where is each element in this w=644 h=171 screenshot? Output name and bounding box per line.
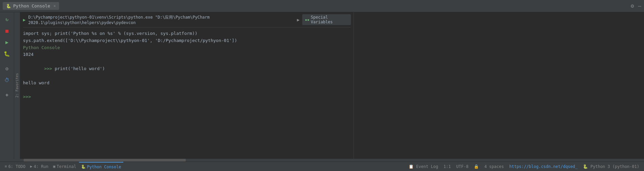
console-area[interactable]: ▶ D:\Pychamproject\pythyon-01\venv\Scrip… [20, 12, 354, 159]
url-link[interactable]: https://blog.csdn.net/dqsed_ [507, 164, 579, 169]
special-vars-icon: ▪▪ [305, 18, 309, 22]
python-console-status-button[interactable]: 🐍 Python Console [79, 162, 123, 171]
run-status-icon: ▶ [30, 164, 32, 169]
python-interpreter-label[interactable]: 🐍 Python 3 (python-01) [581, 164, 641, 169]
tab-close-button[interactable]: ✕ [54, 4, 56, 8]
console-prompt-line: >>> print('hello word') [23, 58, 351, 79]
favorites-label: 2: Favorites [15, 73, 19, 98]
console-label-line: Python Console [23, 44, 351, 51]
left-toolbar: ↻ ■ ▶ 🐛 ⚙ ⏱ + [0, 12, 14, 159]
command-bar: ▶ D:\Pychamproject\pythyon-01\venv\Scrip… [23, 14, 351, 27]
status-bar-left: ≡ 6: TODO ▶ 4: Run ▣ Terminal 🐍 Python C… [3, 162, 123, 171]
python-tab-icon: 🐍 [6, 4, 11, 8]
event-log-button[interactable]: 📋 Event Log [407, 164, 440, 169]
console-line: import sys; print('Python %s on %s' % (s… [23, 30, 351, 37]
todo-label: 6: TODO [8, 164, 26, 169]
encoding-indicator[interactable]: UTF-8 [454, 164, 470, 169]
status-bar-right: 📋 Event Log 1:1 UTF-8 🔒 4 spaces https:/… [407, 164, 641, 169]
event-log-label: Event Log [416, 164, 438, 169]
rerun-button[interactable]: ↻ [2, 14, 12, 24]
terminal-button[interactable]: ▣ Terminal [51, 162, 78, 171]
console-output-line: hello word [23, 80, 351, 87]
horizontal-scrollbar[interactable] [0, 159, 644, 162]
main-area: ↻ ■ ▶ 🐛 ⚙ ⏱ + 2: Favorites ▶ D:\Pychampr… [0, 12, 644, 159]
python-interpreter-icon: 🐍 [583, 164, 588, 169]
position-indicator: 1:1 [441, 164, 453, 169]
python-console-status-icon: 🐍 [81, 165, 86, 169]
command-path: D:\Pychamproject\pythyon-01\venv\Scripts… [28, 15, 294, 25]
terminal-label: Terminal [57, 164, 76, 169]
stop-button[interactable]: ■ [2, 26, 12, 36]
debug-button[interactable]: 🐛 [2, 49, 12, 59]
terminal-icon: ▣ [53, 164, 55, 169]
status-bar: ≡ 6: TODO ▶ 4: Run ▣ Terminal 🐍 Python C… [0, 162, 644, 171]
event-log-icon: 📋 [409, 164, 414, 169]
lock-icon: 🔒 [472, 164, 481, 169]
settings-button[interactable]: ⚙ [631, 3, 634, 9]
settings-tool-button[interactable]: ⚙ [2, 64, 12, 74]
tab-label: Python Console [13, 3, 50, 8]
python-interpreter-text: Python 3 (python-01) [591, 164, 640, 169]
todo-icon: ≡ [5, 164, 7, 169]
indent-indicator[interactable]: 4 spaces [482, 164, 506, 169]
history-button[interactable]: ⏱ [2, 75, 12, 85]
console-line: sys.path.extend(['D:\\Pychamproject\\pyt… [23, 37, 351, 44]
special-vars-label: Special Variables [311, 15, 348, 24]
run-arrow-icon: ▶ [23, 17, 26, 22]
console-output: import sys; print('Python %s on %s' % (s… [23, 29, 351, 157]
title-bar-right: ⚙ — [631, 3, 641, 9]
add-button[interactable]: + [2, 90, 12, 100]
console-result-line: 1024 [23, 51, 351, 58]
right-panel [354, 12, 644, 159]
python-console-status-label: Python Console [87, 165, 121, 169]
title-bar: 🐍 Python Console ✕ ⚙ — [0, 0, 644, 12]
run-button[interactable]: ▶ [2, 37, 12, 47]
title-bar-left: 🐍 Python Console ✕ [3, 2, 59, 10]
prompt-code: print('hello word') [55, 66, 105, 71]
side-label: 2: Favorites [14, 12, 20, 159]
console-empty-line [23, 86, 351, 93]
scroll-thumb[interactable] [24, 159, 186, 162]
todo-button[interactable]: ≡ 6: TODO [3, 162, 27, 171]
prompt-symbol: >>> [44, 66, 55, 71]
python-console-tab[interactable]: 🐍 Python Console ✕ [3, 2, 59, 10]
arrow-separator: ▶ [297, 17, 300, 22]
console-active-prompt[interactable]: >>> [23, 93, 351, 101]
run-status-label: 4: Run [34, 164, 48, 169]
minimize-button[interactable]: — [638, 3, 641, 9]
run-button-status[interactable]: ▶ 4: Run [28, 162, 50, 171]
special-vars-button[interactable]: ▪▪ Special Variables [302, 14, 351, 25]
